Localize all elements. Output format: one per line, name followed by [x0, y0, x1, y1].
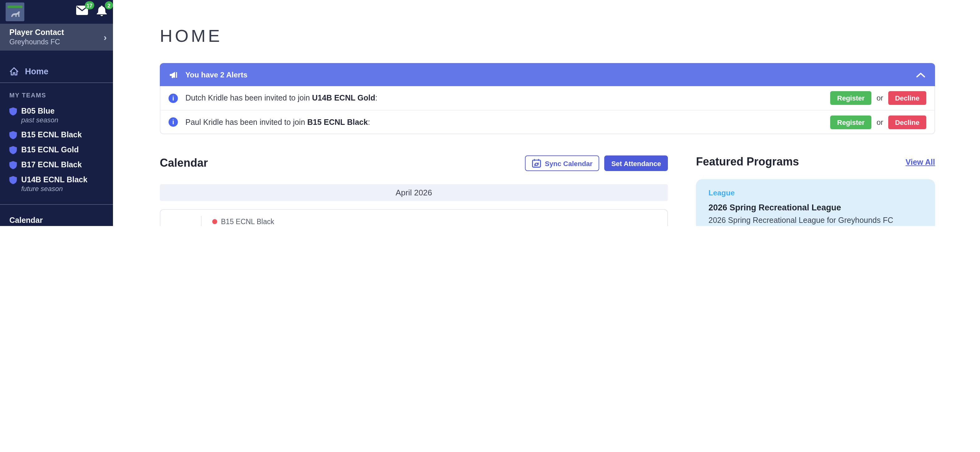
- org-title: Player Contact: [10, 28, 64, 37]
- club-logo[interactable]: [6, 3, 24, 21]
- notifications-count-badge: 2: [105, 1, 113, 10]
- team-shield-icon: [10, 107, 17, 115]
- org-subtitle: Greyhounds FC: [10, 37, 64, 46]
- decline-button[interactable]: Decline: [888, 91, 926, 105]
- event-location: Eastgate Park Field 1 Field Map: [439, 210, 667, 226]
- sidebar-divider: [0, 204, 113, 204]
- sync-calendar-label: Sync Calendar: [545, 159, 593, 167]
- sidebar-item-label: Home: [25, 67, 48, 76]
- event-details: B15 ECNL Black Practice 5:30 PM – 7:00 P…: [202, 210, 439, 226]
- team-shield-icon: [10, 146, 17, 154]
- or-label: or: [877, 94, 883, 102]
- or-label: or: [877, 118, 883, 126]
- team-season-note: future season: [21, 185, 107, 194]
- program-card-league[interactable]: League 2026 Spring Recreational League 2…: [696, 179, 935, 226]
- team-label: U14B ECNL Black: [21, 176, 88, 185]
- greyhound-logo-image: [6, 3, 24, 21]
- info-icon: i: [169, 93, 178, 103]
- team-season-note: past season: [21, 116, 107, 124]
- program-title: 2026 Spring Recreational League: [708, 203, 923, 212]
- megaphone-icon: [170, 70, 180, 79]
- messages-button[interactable]: 17: [76, 6, 88, 19]
- team-label: B15 ECNL Black: [21, 131, 82, 140]
- sidebar-team-b17-ecnl-black[interactable]: B17 ECNL Black: [0, 158, 113, 173]
- event-day: Tue 14: [161, 216, 202, 226]
- main-content: HOME You have 2 Alerts i Dutch Kridle ha…: [113, 0, 980, 226]
- sidebar-team-b15-ecnl-gold[interactable]: B15 ECNL Gold: [0, 143, 113, 158]
- sidebar-item-calendar[interactable]: Calendar: [0, 212, 113, 226]
- event-card[interactable]: Tue 14 B15 ECNL Black Practice 5:30 PM –…: [160, 209, 668, 226]
- calendar-section: Calendar Sync: [160, 156, 668, 226]
- team-label: B15 ECNL Gold: [21, 146, 79, 154]
- alerts-banner-label: You have 2 Alerts: [185, 70, 248, 79]
- chevron-right-icon: ›: [103, 32, 107, 42]
- featured-programs-section: Featured Programs View All League 2026 S…: [696, 156, 935, 226]
- org-switcher[interactable]: Player Contact Greyhounds FC ›: [0, 24, 113, 51]
- alerts-banner[interactable]: You have 2 Alerts: [160, 63, 935, 86]
- team-color-dot: [212, 219, 217, 224]
- register-button[interactable]: Register: [830, 91, 872, 105]
- team-label: B05 Blue: [21, 107, 55, 116]
- team-shield-icon: [10, 131, 17, 139]
- decline-button[interactable]: Decline: [888, 115, 926, 129]
- home-icon: [10, 67, 19, 76]
- sidebar-item-home[interactable]: Home: [0, 60, 113, 83]
- featured-programs-title: Featured Programs: [696, 156, 799, 169]
- sidebar-divider: [0, 83, 113, 83]
- calendar-title: Calendar: [160, 157, 208, 170]
- sidebar-team-b15-ecnl-black[interactable]: B15 ECNL Black: [0, 128, 113, 143]
- calendar-sync-icon: [532, 159, 541, 168]
- alerts-list: i Dutch Kridle has been invited to join …: [160, 86, 935, 134]
- chevron-up-icon[interactable]: [916, 72, 925, 77]
- set-attendance-button[interactable]: Set Attendance: [605, 156, 668, 171]
- program-description: 2026 Spring Recreational League for Grey…: [708, 215, 923, 226]
- register-button[interactable]: Register: [830, 115, 872, 129]
- team-label: B17 ECNL Black: [21, 161, 82, 170]
- program-tag: League: [708, 189, 923, 197]
- team-shield-icon: [10, 176, 17, 184]
- sync-calendar-button[interactable]: Sync Calendar: [525, 156, 600, 171]
- sidebar-nav: Calendar Clinics Forms Club Programs Vol…: [0, 212, 113, 226]
- alert-item: i Dutch Kridle has been invited to join …: [161, 86, 934, 110]
- info-icon: i: [169, 117, 178, 127]
- sidebar-team-u14b-ecnl-black[interactable]: U14B ECNL Black future season: [0, 173, 113, 197]
- sidebar: 17 2 Player Contact Greyhounds FC ›: [0, 0, 113, 226]
- sidebar-top-bar: 17 2: [0, 0, 113, 24]
- sidebar-team-b05-blue[interactable]: B05 Blue past season: [0, 103, 113, 128]
- nav-label: Calendar: [10, 216, 43, 225]
- alert-text: Paul Kridle has been invited to join B15…: [185, 118, 370, 126]
- alert-item: i Paul Kridle has been invited to join B…: [161, 110, 934, 134]
- notifications-button[interactable]: 2: [97, 6, 107, 19]
- page-title: HOME: [160, 26, 935, 46]
- app-root: 17 2 Player Contact Greyhounds FC ›: [0, 0, 980, 226]
- team-shield-icon: [10, 161, 17, 169]
- alert-text: Dutch Kridle has been invited to join U1…: [185, 94, 377, 102]
- view-all-link[interactable]: View All: [906, 158, 935, 166]
- event-team: B15 ECNL Black: [221, 218, 274, 225]
- my-teams-heading: MY TEAMS: [10, 92, 103, 99]
- messages-count-badge: 17: [84, 1, 94, 10]
- month-header: April 2026: [160, 184, 668, 201]
